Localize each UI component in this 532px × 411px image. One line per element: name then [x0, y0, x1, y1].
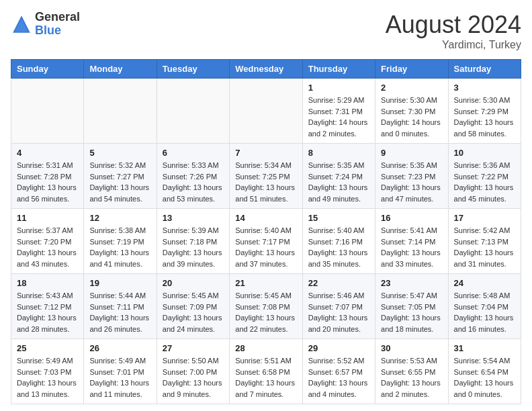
day-info: Sunrise: 5:52 AMSunset: 6:57 PMDaylight:… [308, 355, 369, 400]
day-info: Sunrise: 5:51 AMSunset: 6:58 PMDaylight:… [235, 355, 296, 400]
calendar-cell: 12Sunrise: 5:38 AMSunset: 7:19 PMDayligh… [84, 209, 157, 274]
day-info: Sunrise: 5:42 AMSunset: 7:13 PMDaylight:… [454, 225, 515, 269]
col-header-thursday: Thursday [302, 60, 375, 79]
week-row-3: 11Sunrise: 5:37 AMSunset: 7:20 PMDayligh… [11, 209, 521, 274]
calendar-cell: 20Sunrise: 5:45 AMSunset: 7:09 PMDayligh… [157, 274, 229, 339]
calendar-cell: 16Sunrise: 5:41 AMSunset: 7:14 PMDayligh… [375, 209, 448, 274]
day-number: 12 [89, 213, 150, 223]
title-block: August 2024 Yardimci, Turkey [386, 11, 521, 51]
day-number: 17 [454, 213, 515, 223]
week-row-5: 25Sunrise: 5:49 AMSunset: 7:03 PMDayligh… [11, 339, 521, 404]
week-row-4: 18Sunrise: 5:43 AMSunset: 7:12 PMDayligh… [11, 274, 521, 339]
day-info: Sunrise: 5:45 AMSunset: 7:08 PMDaylight:… [235, 290, 296, 334]
calendar-cell [84, 79, 157, 144]
day-number: 26 [89, 343, 150, 353]
day-info: Sunrise: 5:30 AMSunset: 7:29 PMDaylight:… [454, 95, 515, 139]
col-header-sunday: Sunday [11, 60, 84, 79]
col-header-wednesday: Wednesday [230, 60, 302, 79]
day-number: 22 [308, 278, 369, 288]
day-info: Sunrise: 5:38 AMSunset: 7:19 PMDaylight:… [89, 225, 150, 269]
calendar-cell: 3Sunrise: 5:30 AMSunset: 7:29 PMDaylight… [448, 79, 521, 144]
calendar-cell: 4Sunrise: 5:31 AMSunset: 7:28 PMDaylight… [11, 144, 84, 209]
day-info: Sunrise: 5:30 AMSunset: 7:30 PMDaylight:… [381, 95, 442, 139]
calendar-cell: 30Sunrise: 5:53 AMSunset: 6:55 PMDayligh… [375, 339, 448, 404]
day-info: Sunrise: 5:35 AMSunset: 7:24 PMDaylight:… [308, 160, 369, 204]
day-number: 11 [17, 213, 78, 223]
day-number: 14 [235, 213, 296, 223]
day-number: 1 [308, 83, 369, 93]
day-info: Sunrise: 5:49 AMSunset: 7:01 PMDaylight:… [89, 355, 150, 400]
day-number: 13 [163, 213, 224, 223]
day-number: 2 [381, 83, 442, 93]
week-row-1: 1Sunrise: 5:29 AMSunset: 7:31 PMDaylight… [11, 79, 521, 144]
calendar-cell [230, 79, 302, 144]
calendar-cell: 29Sunrise: 5:52 AMSunset: 6:57 PMDayligh… [302, 339, 375, 404]
col-header-tuesday: Tuesday [157, 60, 229, 79]
day-number: 19 [89, 278, 150, 288]
day-number: 5 [89, 148, 150, 158]
day-number: 15 [308, 213, 369, 223]
day-info: Sunrise: 5:34 AMSunset: 7:25 PMDaylight:… [235, 160, 296, 204]
day-number: 20 [163, 278, 224, 288]
logo-blue-text: Blue [35, 24, 80, 38]
day-info: Sunrise: 5:49 AMSunset: 7:03 PMDaylight:… [17, 355, 78, 400]
day-info: Sunrise: 5:37 AMSunset: 7:20 PMDaylight:… [17, 225, 78, 269]
logo-icon [11, 13, 32, 35]
day-info: Sunrise: 5:44 AMSunset: 7:11 PMDaylight:… [89, 290, 150, 334]
calendar-table: SundayMondayTuesdayWednesdayThursdayFrid… [11, 59, 521, 404]
calendar-cell: 14Sunrise: 5:40 AMSunset: 7:17 PMDayligh… [230, 209, 302, 274]
day-info: Sunrise: 5:54 AMSunset: 6:54 PMDaylight:… [454, 355, 515, 400]
day-info: Sunrise: 5:33 AMSunset: 7:26 PMDaylight:… [163, 160, 224, 204]
day-number: 21 [235, 278, 296, 288]
calendar-cell: 21Sunrise: 5:45 AMSunset: 7:08 PMDayligh… [230, 274, 302, 339]
col-header-saturday: Saturday [448, 60, 521, 79]
calendar-cell: 28Sunrise: 5:51 AMSunset: 6:58 PMDayligh… [230, 339, 302, 404]
day-info: Sunrise: 5:45 AMSunset: 7:09 PMDaylight:… [163, 290, 224, 334]
day-number: 25 [17, 343, 78, 353]
calendar-cell: 2Sunrise: 5:30 AMSunset: 7:30 PMDaylight… [375, 79, 448, 144]
calendar-header-row: SundayMondayTuesdayWednesdayThursdayFrid… [11, 60, 521, 79]
calendar-cell: 22Sunrise: 5:46 AMSunset: 7:07 PMDayligh… [302, 274, 375, 339]
calendar-cell [11, 79, 84, 144]
day-number: 28 [235, 343, 296, 353]
day-number: 9 [381, 148, 442, 158]
calendar-cell: 13Sunrise: 5:39 AMSunset: 7:18 PMDayligh… [157, 209, 229, 274]
calendar-cell: 18Sunrise: 5:43 AMSunset: 7:12 PMDayligh… [11, 274, 84, 339]
day-number: 8 [308, 148, 369, 158]
calendar-cell: 15Sunrise: 5:40 AMSunset: 7:16 PMDayligh… [302, 209, 375, 274]
day-info: Sunrise: 5:32 AMSunset: 7:27 PMDaylight:… [89, 160, 150, 204]
calendar-cell: 31Sunrise: 5:54 AMSunset: 6:54 PMDayligh… [448, 339, 521, 404]
day-number: 31 [454, 343, 515, 353]
day-info: Sunrise: 5:41 AMSunset: 7:14 PMDaylight:… [381, 225, 442, 269]
calendar-cell: 26Sunrise: 5:49 AMSunset: 7:01 PMDayligh… [84, 339, 157, 404]
day-number: 30 [381, 343, 442, 353]
day-info: Sunrise: 5:39 AMSunset: 7:18 PMDaylight:… [163, 225, 224, 269]
col-header-friday: Friday [375, 60, 448, 79]
logo-general-text: General [35, 11, 80, 24]
day-number: 18 [17, 278, 78, 288]
calendar-cell: 24Sunrise: 5:48 AMSunset: 7:04 PMDayligh… [448, 274, 521, 339]
calendar-cell [157, 79, 229, 144]
page-header: General Blue August 2024 Yardimci, Turke… [11, 11, 521, 51]
main-title: August 2024 [386, 11, 521, 39]
day-info: Sunrise: 5:31 AMSunset: 7:28 PMDaylight:… [17, 160, 78, 204]
calendar-cell: 25Sunrise: 5:49 AMSunset: 7:03 PMDayligh… [11, 339, 84, 404]
day-info: Sunrise: 5:35 AMSunset: 7:23 PMDaylight:… [381, 160, 442, 204]
logo-text: General Blue [35, 11, 80, 38]
day-info: Sunrise: 5:47 AMSunset: 7:05 PMDaylight:… [381, 290, 442, 334]
day-number: 6 [163, 148, 224, 158]
day-number: 23 [381, 278, 442, 288]
day-info: Sunrise: 5:50 AMSunset: 7:00 PMDaylight:… [163, 355, 224, 400]
calendar-cell: 1Sunrise: 5:29 AMSunset: 7:31 PMDaylight… [302, 79, 375, 144]
day-number: 4 [17, 148, 78, 158]
calendar-cell: 7Sunrise: 5:34 AMSunset: 7:25 PMDaylight… [230, 144, 302, 209]
calendar-cell: 10Sunrise: 5:36 AMSunset: 7:22 PMDayligh… [448, 144, 521, 209]
calendar-cell: 23Sunrise: 5:47 AMSunset: 7:05 PMDayligh… [375, 274, 448, 339]
calendar-cell: 17Sunrise: 5:42 AMSunset: 7:13 PMDayligh… [448, 209, 521, 274]
day-info: Sunrise: 5:40 AMSunset: 7:16 PMDaylight:… [308, 225, 369, 269]
subtitle: Yardimci, Turkey [386, 39, 521, 51]
day-info: Sunrise: 5:46 AMSunset: 7:07 PMDaylight:… [308, 290, 369, 334]
day-number: 3 [454, 83, 515, 93]
col-header-monday: Monday [84, 60, 157, 79]
day-number: 16 [381, 213, 442, 223]
